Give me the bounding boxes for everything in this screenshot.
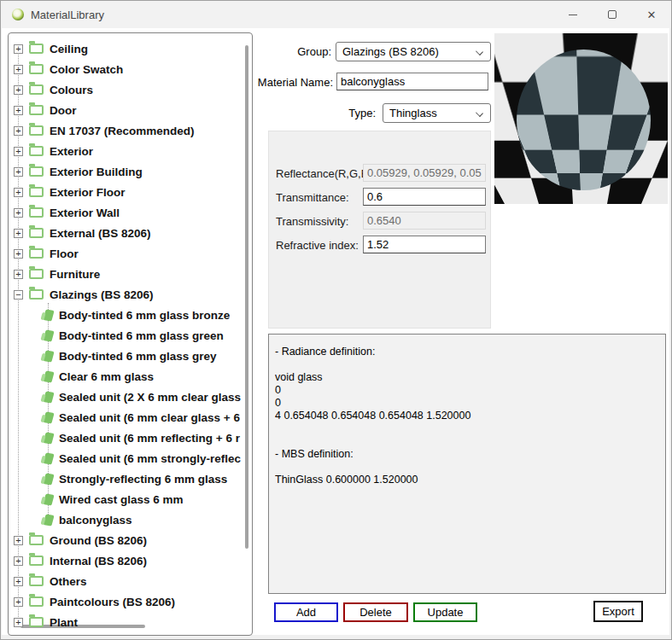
tree-item-strongly-reflecting-6-mm-glass[interactable]: Strongly-reflecting 6 mm glass [9,468,252,489]
material-icon [43,391,54,403]
property-row-transmittance: Transmittance: [276,188,485,207]
tree-item-en-17037-recommended[interactable]: +EN 17037 (Recommended) [9,120,252,141]
tree-item-internal-bs-8206[interactable]: +Internal (BS 8206) [9,550,252,571]
tree-item-glazings-bs-8206[interactable]: −Glazings (BS 8206) [9,284,252,305]
tree-item-body-tinted-6-mm-glass-green[interactable]: Body-tinted 6 mm glass green [9,325,252,346]
expand-toggle-icon[interactable]: + [14,44,23,54]
tree-item-exterior-floor[interactable]: +Exterior Floor [9,182,252,202]
tree-item-balconyglass[interactable]: balconyglass [9,509,252,530]
material-icon [43,514,54,526]
material-tree: +Ceiling+Color Swatch+Colours+Door+EN 17… [9,33,252,635]
expand-toggle-icon[interactable]: + [14,126,23,136]
folder-icon [29,556,44,566]
close-button[interactable]: ✕ [632,1,671,28]
tree-item-body-tinted-6-mm-glass-grey[interactable]: Body-tinted 6 mm glass grey [9,346,252,366]
group-dropdown[interactable]: Glazings (BS 8206) [336,42,491,61]
refractive-index-label: Refractive index: [276,239,359,252]
material-icon [43,452,54,464]
tree-item-furniture[interactable]: +Furniture [9,264,252,284]
property-row-transmissivity: Transmissivity: [276,212,485,230]
material-name-input[interactable] [336,73,488,90]
material-icon [43,432,54,444]
tree-item-label: Colours [50,84,93,96]
tree-item-plant[interactable]: +Plant [9,612,252,632]
group-label: Group: [241,45,331,58]
tree-item-exterior-building[interactable]: +Exterior Building [9,161,252,182]
folder-icon [29,596,44,607]
material-icon [43,350,54,362]
folder-icon [29,207,44,218]
folder-icon [29,535,44,545]
folder-icon [29,248,44,259]
tree-item-door[interactable]: +Door [9,100,252,120]
expand-toggle-icon[interactable]: + [14,229,23,238]
minimize-button[interactable] [553,1,593,28]
expand-toggle-icon[interactable]: + [14,556,23,566]
delete-button[interactable]: Delete [343,602,408,622]
tree-item-sealed-unit-6-mm-clear-glass-6[interactable]: Sealed unit (6 mm clear glass + 6 [9,407,252,428]
tree-item-floor[interactable]: +Floor [9,243,252,264]
material-icon [43,473,54,485]
expand-toggle-icon[interactable]: + [14,188,23,197]
tree-item-exterior-wall[interactable]: +Exterior Wall [9,202,252,223]
material-icon [43,493,54,505]
folder-icon [29,105,44,115]
tree-item-sealed-unit-6-mm-reflecting-6-r[interactable]: Sealed unit (6 mm reflecting + 6 r [9,428,252,448]
expand-toggle-icon[interactable]: + [14,536,23,545]
folder-icon [29,617,44,627]
folder-icon [29,125,44,136]
type-dropdown[interactable]: Thinglass [383,103,491,123]
expand-toggle-icon[interactable]: + [14,577,23,586]
material-icon [43,309,54,321]
tree-item-color-swatch[interactable]: +Color Swatch [9,59,252,79]
transmittance-input[interactable] [363,188,486,206]
tree-item-exterior[interactable]: +Exterior [9,141,252,161]
material-library-window: MaterialLibrary ✕ +Ceiling+Color Swatch+… [0,0,672,640]
tree-item-wired-cast-glass-6-mm[interactable]: Wired cast glass 6 mm [9,489,252,509]
expand-toggle-icon[interactable]: + [14,106,23,115]
collapse-toggle-icon[interactable]: − [14,290,23,300]
folder-icon [29,44,44,54]
add-button[interactable]: Add [274,602,338,622]
tree-item-external-bs-8206[interactable]: +External (BS 8206) [9,223,252,243]
tree-item-label: Paintcolours (BS 8206) [50,596,175,608]
property-row-refractive-index: Refractive index: [276,236,485,254]
folder-icon [29,166,44,177]
tree-item-label: Furniture [50,268,100,281]
tree-item-sealed-unit-2-x-6-mm-clear-glass[interactable]: Sealed unit (2 X 6 mm clear glass [9,387,252,407]
expand-toggle-icon[interactable]: + [14,597,23,607]
update-button[interactable]: Update [413,602,477,622]
expand-toggle-icon[interactable]: + [14,618,23,627]
tree-item-label: Body-tinted 6 mm glass grey [59,350,217,363]
tree-item-label: Plant [50,616,78,629]
tree-item-label: balconyglass [59,514,132,527]
expand-toggle-icon[interactable]: + [14,147,23,156]
tree-item-body-tinted-6-mm-glass-bronze[interactable]: Body-tinted 6 mm glass bronze [9,305,252,325]
expand-toggle-icon[interactable]: + [14,249,23,259]
tree-item-paintcolours-bs-8206[interactable]: +Paintcolours (BS 8206) [9,591,252,612]
maximize-button[interactable] [593,1,632,28]
expand-toggle-icon[interactable]: + [14,270,23,279]
expand-toggle-icon[interactable]: + [14,208,23,218]
type-value: Thinglass [389,107,437,119]
tree-item-label: Internal (BS 8206) [50,555,147,567]
expand-toggle-icon[interactable]: + [14,85,23,95]
tree-item-clear-6-mm-glass[interactable]: Clear 6 mm glass [9,366,252,387]
tree-item-label: Exterior Floor [50,186,126,199]
folder-icon [29,64,44,74]
tree-item-label: Others [50,575,87,588]
refractive-index-input[interactable] [363,236,486,253]
tree-item-label: Exterior Building [50,166,143,178]
export-button[interactable]: Export [593,601,643,622]
tree-item-ceiling[interactable]: +Ceiling [9,38,252,59]
expand-toggle-icon[interactable]: + [14,65,23,74]
reflectance-r-g-b-label: Reflectance(R,G,B): [276,167,375,180]
tree-item-ground-bs-8206[interactable]: +Ground (BS 8206) [9,530,252,550]
tree-item-label: Ceiling [50,43,88,55]
properties-groupbox: Reflectance(R,G,B):Transmittance:Transmi… [268,131,491,329]
reflectance-r-g-b-input [363,164,486,182]
tree-item-colours[interactable]: +Colours [9,79,252,100]
tree-item-sealed-unit-6-mm-strongly-reflec[interactable]: Sealed unit (6 mm strongly-reflec [9,448,252,468]
expand-toggle-icon[interactable]: + [14,167,23,177]
tree-item-others[interactable]: +Others [9,571,252,591]
